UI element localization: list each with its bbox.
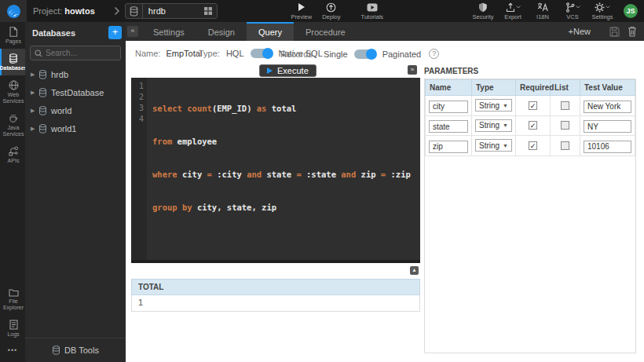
search-input[interactable] xyxy=(46,49,116,57)
toggle-knob xyxy=(366,49,377,60)
topbar-left-actions: Preview Deploy Tutorials xyxy=(287,2,387,20)
settings-button[interactable]: Settings xyxy=(589,2,616,20)
execute-button[interactable]: Execute xyxy=(259,64,317,77)
deploy-button[interactable]: Deploy xyxy=(318,2,345,20)
chevron-down-icon: ▼ xyxy=(503,122,508,128)
name-value[interactable]: EmpTotal xyxy=(166,49,202,58)
database-tree-item-world1[interactable]: ▶ world1 xyxy=(25,119,126,137)
breadcrumb-chevron-icon xyxy=(114,6,120,16)
query-controls-row: Name: EmpTotal Type: HQL Native SQL Reco… xyxy=(126,49,644,61)
records-toggle[interactable] xyxy=(354,49,376,59)
param-type-select[interactable]: String▼ xyxy=(475,119,512,132)
execute-play-icon xyxy=(267,68,273,74)
expand-caret-icon[interactable]: ▶ xyxy=(31,90,38,96)
brand-logo[interactable] xyxy=(0,0,27,22)
results-column-header: TOTAL xyxy=(131,279,420,295)
code-line: where city = :city and state = :state an… xyxy=(152,169,420,180)
param-name-input[interactable] xyxy=(429,120,468,133)
deploy-icon xyxy=(326,2,336,13)
app-grid-icon[interactable] xyxy=(203,6,217,16)
records-option-single[interactable]: Single xyxy=(324,49,348,59)
expand-caret-icon[interactable]: ▶ xyxy=(31,108,38,114)
rail-more-button[interactable]: ••• xyxy=(0,342,25,362)
db-tools-button[interactable]: DB Tools xyxy=(25,338,126,362)
required-checkbox[interactable]: ✓ xyxy=(529,101,537,110)
tab-procedure[interactable]: Procedure xyxy=(294,22,357,41)
user-avatar[interactable]: JS xyxy=(624,4,638,18)
database-search-box[interactable] xyxy=(30,46,121,60)
sidebar-item-file-explorer[interactable]: File Explorer xyxy=(0,283,25,315)
vcs-button[interactable]: VCS xyxy=(559,2,586,20)
save-button[interactable] xyxy=(609,27,620,37)
databases-icon xyxy=(9,53,18,64)
tabbar-actions: +New xyxy=(569,22,644,41)
preview-button[interactable]: Preview xyxy=(288,2,315,20)
type-option-hql[interactable]: HQL xyxy=(226,49,244,58)
sql-code-editor[interactable]: 1 2 3 4 select count(EMP_ID) as total fr… xyxy=(131,78,420,263)
query-name-field: Name: EmpTotal xyxy=(135,49,202,58)
records-option-paginated[interactable]: Paginated xyxy=(382,49,422,59)
expand-caret-icon[interactable]: ▶ xyxy=(31,126,38,132)
delete-query-button[interactable] xyxy=(628,26,637,37)
collapse-panel-button[interactable]: « xyxy=(127,26,138,37)
param-name-input[interactable] xyxy=(429,141,468,153)
param-test-value-input[interactable] xyxy=(584,120,631,133)
security-shield-icon xyxy=(478,2,488,13)
i18n-button[interactable]: I18N xyxy=(529,2,556,20)
name-label: Name: xyxy=(135,49,160,58)
search-icon xyxy=(35,49,42,57)
project-breadcrumb: Project: howtos xyxy=(33,6,95,16)
list-checkbox[interactable] xyxy=(561,141,569,150)
param-test-value-input[interactable] xyxy=(584,101,631,113)
sidebar-item-pages[interactable]: Pages xyxy=(0,22,25,49)
sidebar-item-logs[interactable]: Logs xyxy=(0,315,25,342)
param-type-select[interactable]: String▼ xyxy=(475,99,512,112)
param-name-input[interactable] xyxy=(429,101,468,113)
list-checkbox[interactable] xyxy=(561,121,569,130)
col-name: Name xyxy=(426,80,472,96)
vcs-branch-icon xyxy=(565,2,580,13)
export-button[interactable]: Export xyxy=(499,2,526,20)
type-label: Type: xyxy=(199,49,220,58)
sidebar-item-databases[interactable]: Databases xyxy=(0,49,25,75)
database-tree-item-testdatabase[interactable]: ▶ TestDatabase xyxy=(25,83,126,101)
security-button[interactable]: Security xyxy=(470,2,496,20)
app-selector-value: hrdb xyxy=(143,6,203,16)
col-required: Required xyxy=(516,80,551,96)
type-toggle[interactable] xyxy=(251,49,273,58)
vcs-chevron-icon xyxy=(576,5,580,9)
required-checkbox[interactable]: ✓ xyxy=(529,121,537,130)
add-database-button[interactable]: + xyxy=(108,26,122,39)
sidebar-item-java-services[interactable]: Java Services xyxy=(0,108,25,141)
expand-caret-icon[interactable]: ▶ xyxy=(31,71,38,78)
code-line: select count(EMP_ID) as total xyxy=(152,103,420,114)
tab-query[interactable]: Query xyxy=(247,22,294,41)
param-type-select[interactable]: String▼ xyxy=(475,139,512,152)
db-tools-icon xyxy=(52,346,60,355)
database-tree-item-hrdb[interactable]: ▶ hrdb xyxy=(25,65,126,83)
tab-settings[interactable]: Settings xyxy=(141,22,196,41)
param-test-value-input[interactable] xyxy=(584,141,631,153)
settings-gear-icon xyxy=(595,2,610,13)
databases-panel: Databases + ▶ hrdb ▶ xyxy=(25,22,126,362)
project-label: Project: xyxy=(33,6,62,16)
database-tree-item-world[interactable]: ▶ world xyxy=(25,101,126,119)
required-checkbox[interactable]: ✓ xyxy=(529,141,537,150)
sidebar-item-web-services[interactable]: Web Services xyxy=(0,75,25,108)
left-rail: Pages Databases Web Services xyxy=(0,22,25,362)
tutorials-button[interactable]: Tutorials xyxy=(359,2,386,20)
list-checkbox[interactable] xyxy=(561,101,569,110)
new-query-button[interactable]: +New xyxy=(569,27,591,36)
line-number: 1 xyxy=(131,81,144,92)
results-row: 1 xyxy=(131,295,420,312)
tab-design[interactable]: Design xyxy=(196,22,247,41)
help-icon[interactable]: ? xyxy=(429,49,439,59)
parameters-collapse-button[interactable]: » xyxy=(408,65,417,75)
parameters-table: Name Type Required List Test Value Strin… xyxy=(425,79,635,156)
line-number-gutter: 1 2 3 4 xyxy=(131,78,147,260)
app-selector-dropdown[interactable]: hrdb xyxy=(125,3,218,19)
line-number: 4 xyxy=(131,114,144,125)
sidebar-item-apis[interactable]: APIs xyxy=(0,141,25,168)
collapse-results-button[interactable]: ▲ xyxy=(410,266,419,275)
chevron-down-icon: ▼ xyxy=(503,103,508,108)
